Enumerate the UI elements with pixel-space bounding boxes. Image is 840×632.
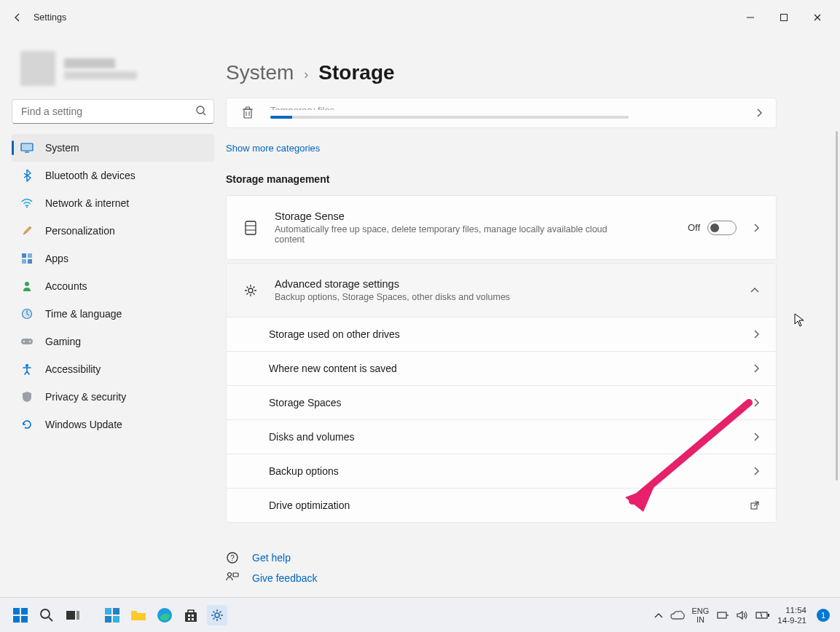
nav-network[interactable]: Network & internet	[12, 189, 214, 217]
temporary-files-card[interactable]: Temporary files	[226, 98, 777, 128]
temp-title: Temporary files	[270, 107, 629, 110]
svg-point-28	[228, 573, 232, 577]
nav-label: Time & language	[45, 308, 122, 320]
svg-rect-45	[192, 615, 194, 617]
nav-label: Network & internet	[45, 197, 129, 209]
subrow-label: Where new content is saved	[269, 363, 753, 374]
svg-rect-9	[22, 259, 26, 264]
close-button[interactable]	[801, 6, 834, 29]
chevron-right-icon	[753, 432, 760, 442]
edge-icon[interactable]	[154, 605, 175, 625]
person-icon	[20, 280, 34, 293]
chevron-right-icon	[745, 108, 763, 118]
subrow-label: Storage used on other drives	[269, 328, 753, 340]
apps-icon	[20, 252, 34, 265]
progress-bar	[270, 116, 629, 119]
nav-system[interactable]: System	[12, 134, 214, 162]
nav-label: Bluetooth & devices	[45, 170, 136, 181]
nav-accounts[interactable]: Accounts	[12, 272, 214, 300]
explorer-icon[interactable]	[128, 605, 149, 625]
network-tray-icon[interactable]	[716, 610, 729, 620]
settings-task-icon[interactable]	[207, 605, 227, 625]
start-button[interactable]	[10, 605, 31, 625]
svg-rect-41	[113, 616, 119, 623]
nav-label: System	[45, 142, 79, 154]
get-help-link[interactable]: Get help	[252, 552, 291, 564]
svg-rect-1	[781, 15, 788, 21]
breadcrumb-parent[interactable]: System	[226, 61, 294, 84]
nav-label: Accounts	[45, 280, 87, 292]
subrow-disks-volumes[interactable]: Disks and volumes	[227, 419, 776, 454]
search-box[interactable]	[12, 99, 214, 124]
chevron-right-icon	[753, 329, 760, 339]
shield-icon	[20, 390, 34, 403]
storage-mgmt-header: Storage management	[226, 173, 777, 185]
svg-point-15	[29, 341, 31, 342]
taskview-icon[interactable]	[63, 605, 83, 625]
advanced-storage-header[interactable]: Advanced storage settings Backup options…	[227, 264, 776, 317]
store-icon[interactable]	[181, 605, 201, 625]
notification-badge[interactable]: 1	[817, 609, 830, 622]
search-input[interactable]	[12, 99, 214, 124]
feedback-link[interactable]: Give feedback	[252, 572, 318, 584]
nav-label: Windows Update	[45, 419, 122, 430]
nav-privacy[interactable]: Privacy & security	[12, 383, 214, 411]
bluetooth-icon	[20, 169, 34, 182]
subrow-new-content[interactable]: Where new content is saved	[227, 351, 776, 385]
nav-personalization[interactable]: Personalization	[12, 217, 214, 245]
svg-point-6	[26, 207, 28, 208]
battery-tray-icon[interactable]	[755, 611, 770, 620]
app-title: Settings	[29, 12, 66, 23]
chevron-right-icon	[753, 466, 760, 476]
subrow-label: Drive optimization	[269, 499, 750, 511]
nav-update[interactable]: Windows Update	[12, 411, 214, 438]
mouse-cursor	[794, 313, 806, 328]
svg-rect-29	[233, 573, 238, 577]
subrow-storage-spaces[interactable]: Storage Spaces	[227, 385, 776, 419]
subrow-storage-other-drives[interactable]: Storage used on other drives	[227, 317, 776, 351]
minimize-button[interactable]	[734, 6, 767, 29]
nav-gaming[interactable]: Gaming	[12, 328, 214, 355]
search-icon	[195, 105, 207, 116]
tray-chevron-icon[interactable]	[654, 612, 663, 618]
chevron-right-icon	[753, 363, 760, 374]
nav-accessibility[interactable]: Accessibility	[12, 355, 214, 383]
account-block[interactable]	[12, 44, 214, 99]
sidebar: System Bluetooth & devices Network & int…	[0, 35, 226, 596]
gear-icon	[243, 283, 259, 299]
scrollbar[interactable]	[836, 131, 838, 481]
nav-label: Gaming	[45, 336, 81, 347]
subrow-backup-options[interactable]: Backup options	[227, 454, 776, 488]
clock[interactable]: 11:54 14-9-21	[777, 605, 809, 625]
subrow-drive-optimization[interactable]: Drive optimization	[227, 488, 776, 522]
svg-rect-47	[192, 618, 194, 620]
show-more-link[interactable]: Show more categories	[226, 143, 320, 154]
search-task-icon[interactable]	[36, 605, 57, 625]
chevron-right-icon: ›	[304, 67, 308, 82]
svg-point-14	[23, 341, 25, 342]
storage-sense-toggle[interactable]	[707, 221, 737, 235]
svg-line-35	[49, 617, 52, 621]
storage-sense-row[interactable]: Storage Sense Automatically free up spac…	[227, 196, 776, 259]
nav-label: Accessibility	[45, 363, 101, 375]
nav-bluetooth[interactable]: Bluetooth & devices	[12, 162, 214, 189]
advanced-storage-group: Advanced storage settings Backup options…	[226, 263, 777, 523]
feedback-row[interactable]: Give feedback	[226, 568, 777, 588]
chevron-right-icon	[753, 223, 760, 233]
maximize-button[interactable]	[767, 6, 801, 29]
get-help-row[interactable]: ? Get help	[226, 548, 777, 568]
volume-tray-icon[interactable]	[737, 610, 748, 620]
nav-apps[interactable]: Apps	[12, 245, 214, 272]
language-indicator[interactable]: ENG IN	[692, 607, 710, 624]
svg-rect-33	[21, 616, 28, 623]
onedrive-icon[interactable]	[670, 610, 685, 620]
toggle-state: Off	[688, 222, 700, 233]
back-button[interactable]	[6, 6, 29, 29]
widgets-icon[interactable]	[102, 605, 122, 625]
nav-label: Privacy & security	[45, 391, 126, 403]
nav-time[interactable]: Time & language	[12, 300, 214, 328]
svg-rect-7	[22, 253, 26, 258]
accessibility-icon	[20, 363, 34, 376]
svg-rect-4	[21, 143, 33, 151]
nav-label: Personalization	[45, 225, 115, 237]
